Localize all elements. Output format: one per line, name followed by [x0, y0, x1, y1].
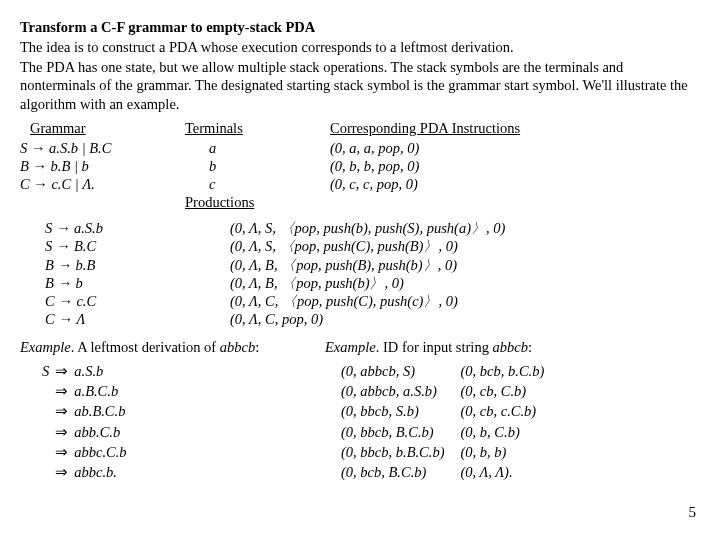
table-row: (0, bbcb, b.B.C.b)(0, b, b) [341, 443, 558, 461]
grammar-rhs: c.C | Λ. [51, 176, 94, 192]
table-row: ⇒a.B.C.b [40, 382, 129, 400]
terminal-instr: (0, a, a, pop, 0) [330, 139, 700, 157]
example-object: abbcb [493, 339, 528, 355]
grammar-header: Grammar [30, 119, 86, 137]
intro-line-2: The PDA has one state, but we allow mult… [20, 58, 700, 112]
productions-block: S → a.S.b(0, Λ, S, 〈pop, push(b), push(S… [20, 219, 700, 328]
terminal-instr: (0, c, c, pop, 0) [330, 175, 700, 193]
table-row: ⇒abbc.C.b [40, 443, 129, 461]
example-derivation: Example. A leftmost derivation of abbcb:… [20, 338, 325, 483]
grammar-lhs: B [20, 158, 29, 174]
intro-line-1: The idea is to construct a PDA whose exe… [20, 38, 700, 56]
production-instr: (0, Λ, C, pop, 0) [230, 310, 323, 328]
production-instr: (0, Λ, S, 〈pop, push(b), push(S), push(a… [230, 219, 505, 237]
grammar-rhs: b.B | b [51, 158, 89, 174]
example-object: abbcb [220, 339, 255, 355]
production-instr: (0, Λ, S, 〈pop, push(C), push(B)〉, 0) [230, 237, 458, 255]
table-row: ⇒ab.B.C.b [40, 402, 129, 420]
productions-header: Productions [185, 193, 254, 211]
production-instr: (0, Λ, B, 〈pop, push(b)〉, 0) [230, 274, 404, 292]
production: C → c.C [20, 292, 230, 310]
example-label: Example [325, 339, 376, 355]
example-ids: Example. ID for input string abbcb: (0, … [325, 338, 700, 483]
terminal: a [185, 139, 330, 157]
production: B → b [20, 274, 230, 292]
example-label: Example [20, 339, 71, 355]
terminals-header: Terminals [185, 119, 243, 137]
table-row: S⇒a.S.b [40, 362, 129, 380]
terminal: c [185, 175, 330, 193]
grammar-column: Grammar S → a.S.b | B.C B → b.B | b C → … [20, 119, 185, 214]
grammar-lhs: C [20, 176, 30, 192]
table-row: (0, bbcb, S.b)(0, cb, c.C.b) [341, 402, 558, 420]
table-row: ⇒abbc.b. [40, 463, 129, 481]
grammar-rhs: a.S.b | B.C [49, 140, 111, 156]
derivation-table: S⇒a.S.b ⇒a.B.C.b ⇒ab.B.C.b ⇒abb.C.b ⇒abb… [38, 360, 131, 483]
production: S → B.C [20, 237, 230, 255]
production: B → b.B [20, 256, 230, 274]
production-instr: (0, Λ, C, 〈pop, push(C), push(c)〉, 0) [230, 292, 458, 310]
production: C → Λ [20, 310, 230, 328]
example-text: . A leftmost derivation of [71, 339, 220, 355]
example-text: . ID for input string [376, 339, 493, 355]
grammar-lhs: S [20, 140, 27, 156]
table-row: (0, bbcb, B.C.b)(0, b, C.b) [341, 423, 558, 441]
example-colon: : [255, 339, 259, 355]
table-row: (0, bcb, B.C.b)(0, Λ, Λ). [341, 463, 558, 481]
id-table: (0, abbcb, S)(0, bcb, b.C.b) (0, abbcb, … [339, 360, 560, 483]
terminals-column: Terminals a b c Productions [185, 119, 330, 214]
grammar-table: Grammar S → a.S.b | B.C B → b.B | b C → … [20, 119, 700, 214]
table-row: (0, abbcb, a.S.b)(0, cb, C.b) [341, 382, 558, 400]
terminal-instr: (0, b, b, pop, 0) [330, 157, 700, 175]
example-colon: : [528, 339, 532, 355]
table-row: ⇒abb.C.b [40, 423, 129, 441]
production-instr: (0, Λ, B, 〈pop, push(B), push(b)〉, 0) [230, 256, 457, 274]
page-number: 5 [689, 503, 697, 522]
terminal: b [185, 157, 330, 175]
table-row: (0, abbcb, S)(0, bcb, b.C.b) [341, 362, 558, 380]
page-title: Transform a C-F grammar to empty-stack P… [20, 18, 700, 36]
instructions-header: Corresponding PDA Instructions [330, 119, 520, 137]
production: S → a.S.b [20, 219, 230, 237]
instructions-column: Corresponding PDA Instructions (0, a, a,… [330, 119, 700, 214]
